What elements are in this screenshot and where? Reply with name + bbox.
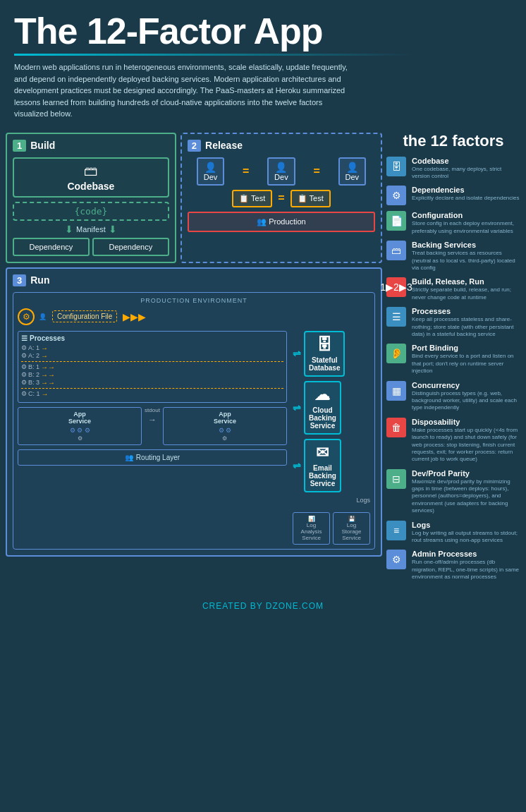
email-bs-row: ⇌ ✉ EmailBackingService [293, 439, 370, 492]
log-analysis-box: 📊 LogAnalysisService [293, 512, 330, 545]
prod-left: ☰ Processes ⚙ A: 1 → ⚙ [18, 331, 287, 545]
run-panel: 3 Run PRODUCTION ENVIRONMENT ⚙ 👤 Configu… [6, 267, 382, 557]
test-label-1: Test [251, 194, 265, 202]
db-connector-icon: ⇌ [293, 348, 301, 359]
process-group-a: ⚙ A: 1 → ⚙ A: 2 → [21, 344, 283, 360]
main-layout: 1 Build 🗃 Codebase {code} ⬇ Manifest ⬇ D… [0, 133, 526, 587]
factor-text-5: Build, Release, Run Strictly separate bu… [412, 277, 520, 301]
test-box-2: 📋 Test [290, 190, 331, 207]
codebase-box: 🗃 Codebase [13, 157, 169, 198]
release-number: 2 [188, 140, 201, 152]
arrow-a2: → [41, 352, 48, 360]
dependency-box-1: Dependency [13, 238, 90, 256]
factor-item-11: ≡ Logs Log by writing all output streams… [386, 521, 520, 545]
test-box-1: 📋 Test [232, 190, 272, 207]
factor-text-9: Disposability Make processes start up qu… [412, 418, 520, 463]
manifest-label: Manifest [76, 225, 106, 234]
factor-icon-10: ⊟ [386, 469, 406, 489]
factor-icon-6: ☰ [386, 307, 406, 327]
arrow-a1: → [41, 344, 48, 352]
factor-name-6: Processes [412, 307, 520, 315]
factor-item-1: 🗄 Codebase One codebase, many deploys, s… [386, 157, 520, 181]
build-number: 1 [13, 140, 26, 152]
run-panel-title: 3 Run [13, 274, 375, 286]
routing-box: 👥 Routing Layer [18, 449, 287, 466]
factor-icon-7: 👂 [386, 344, 406, 363]
factor-text-1: Codebase One codebase, many deploys, str… [412, 157, 520, 181]
stateful-database-box: 🗄 StatefulDatabase [304, 331, 345, 377]
process-line-b2: ⚙ B: 2 →→ [21, 371, 283, 379]
gear-a2: ⚙ [21, 352, 27, 359]
factor-icon-4: 🗃 [386, 241, 406, 260]
release-panel: 2 Release 👤 Dev = 👤 Dev = 👤 [181, 133, 382, 263]
arrow-b1: →→ [41, 363, 55, 371]
routing-label: Routing Layer [136, 454, 180, 461]
factor-desc-4: Treat backing services as resources (neu… [412, 250, 520, 272]
dependency-box-2: Dependency [92, 238, 169, 256]
run-number: 3 [13, 274, 26, 286]
factor-text-8: Concurrency Distinguish process types (e… [412, 381, 520, 412]
factor-desc-1: One codebase, many deploys, strict versi… [412, 166, 520, 181]
factor-name-8: Concurrency [412, 381, 520, 389]
prod-icon: 👥 [257, 217, 267, 226]
dev-box-3: 👤 Dev [338, 157, 367, 186]
factor-desc-7: Bind every service to a port and listen … [412, 353, 520, 375]
backing-services-column: ⇌ 🗄 StatefulDatabase ⇌ ☁ CloudBackingSer… [293, 331, 370, 545]
process-line-b3: ⚙ B: 3 →→ [21, 379, 283, 387]
dev-box-1: 👤 Dev [197, 157, 225, 186]
dev-label-3: Dev [345, 173, 360, 181]
process-group-c: ⚙ C: 1 → [21, 390, 283, 398]
factor-item-6: ☰ Processes Keep all processes stateless… [386, 307, 520, 338]
factor-item-8: ▦ Concurrency Distinguish process types … [386, 381, 520, 412]
config-row: ⚙ 👤 Configuration File ▶▶▶ [18, 308, 370, 325]
factor-name-9: Disposability [412, 418, 520, 426]
header: The 12-Factor App Modern web application… [0, 0, 526, 133]
cloud-bs-label: CloudBackingService [309, 406, 336, 430]
cloud-bs-row: ⇌ ☁ CloudBackingService [293, 381, 370, 435]
process-line-a1: ⚙ A: 1 → [21, 344, 283, 352]
factor-item-5: 1▶2▶3 Build, Release, Run Strictly separ… [386, 277, 520, 301]
stateful-db-row: ⇌ 🗄 StatefulDatabase [293, 331, 370, 377]
service-icons-1: ⚙ ⚙ ⚙ [21, 427, 138, 434]
processes-icon: ☰ [21, 334, 27, 342]
log-analysis-icon: 📊 [296, 516, 326, 522]
cloud-icon: ☁ [314, 386, 330, 404]
factor-text-11: Logs Log by writing all output streams t… [412, 521, 520, 545]
stdout-label: stdout [145, 407, 160, 413]
factor-item-2: ⚙ Dependencies Explicitly declare and is… [386, 186, 520, 205]
email-bs-label: EmailBackingService [309, 464, 336, 487]
build-label: Build [30, 140, 55, 151]
factor-name-11: Logs [412, 521, 520, 529]
process-line-c1: ⚙ C: 1 → [21, 390, 283, 398]
cloud-connector-icon: ⇌ [293, 402, 301, 413]
factor-desc-3: Store config in each deploy environment,… [412, 220, 520, 235]
gear-b1: ⚙ [21, 363, 27, 370]
factor-desc-9: Make processes start up quickly (<4s fro… [412, 427, 520, 463]
factor-item-4: 🗃 Backing Services Treat backing service… [386, 241, 520, 272]
footer-label: CREATED BY DZONE.COM [202, 601, 324, 611]
dev-icon-2: 👤 [274, 162, 288, 173]
factor-name-10: Dev/Prod Parity [412, 469, 520, 478]
service-detail-2: ⚙ [166, 435, 283, 442]
app-services-row: AppService ⚙ ⚙ ⚙ ⚙ stdout → AppService ⚙… [18, 407, 287, 445]
gear-a1: ⚙ [21, 344, 27, 351]
processes-title: ☰ Processes [21, 334, 283, 342]
factor-name-3: Configuration [412, 211, 520, 219]
factor-icon-3: 📄 [386, 211, 406, 231]
equals-2: = [313, 165, 319, 178]
factor-icon-12: ⚙ [386, 550, 406, 569]
release-label: Release [205, 140, 243, 151]
log-storage-label: LogStorageService [336, 522, 367, 541]
header-line [14, 54, 412, 56]
app-service-title-1: AppService [21, 411, 138, 425]
config-label: Configuration File [52, 310, 117, 322]
test-equals: = [278, 192, 284, 205]
factor-desc-11: Log by writing all output streams to std… [412, 530, 520, 545]
process-line-a2: ⚙ A: 2 → [21, 352, 283, 360]
arrow-down-right: ⬇ [109, 224, 117, 235]
gear-b3: ⚙ [21, 379, 27, 386]
logs-label: Logs [293, 497, 370, 504]
code-box: {code} [13, 202, 169, 221]
factor-desc-8: Distinguish process types (e.g. web, bac… [412, 390, 520, 412]
manifest-row: ⬇ Manifest ⬇ [13, 224, 169, 235]
